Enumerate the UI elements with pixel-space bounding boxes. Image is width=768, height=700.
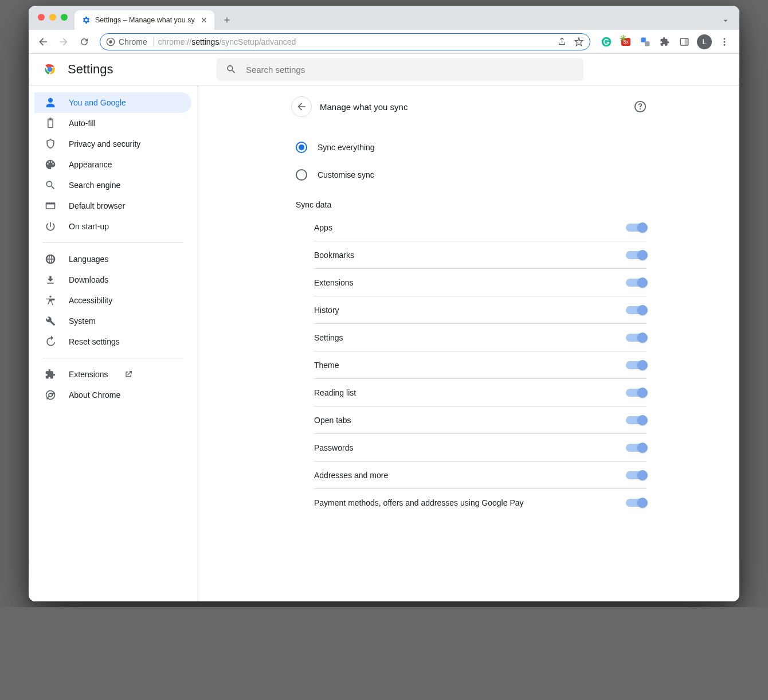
sync-row-passwords: Passwords: [314, 434, 646, 462]
sidebar-item-label: System: [69, 316, 96, 326]
sync-data-list: AppsBookmarksExtensionsHistorySettingsTh…: [291, 214, 646, 517]
toolbar-extensions: 3x✳️ L: [597, 34, 734, 49]
omnibox[interactable]: Chrome chrome://settings/syncSetup/advan…: [100, 33, 590, 50]
sync-row-apps: Apps: [314, 214, 646, 241]
radio-customise-sync[interactable]: Customise sync: [296, 161, 646, 189]
sidebar-item-reset-settings[interactable]: Reset settings: [34, 331, 191, 352]
forward-button[interactable]: [55, 33, 72, 50]
profile-avatar[interactable]: L: [697, 34, 712, 49]
sidebar-item-on-start-up[interactable]: On start-up: [34, 216, 191, 237]
reload-button[interactable]: [76, 33, 93, 50]
sync-toggle[interactable]: [626, 224, 646, 232]
sidebar-item-label: About Chrome: [69, 390, 120, 400]
sidebar-item-system[interactable]: System: [34, 311, 191, 331]
minimize-window-button[interactable]: [49, 14, 56, 21]
sidebar-item-label: Reset settings: [69, 337, 120, 346]
wrench-icon: [45, 315, 56, 327]
sync-toggle[interactable]: [626, 499, 646, 507]
svg-point-2: [602, 37, 612, 46]
external-link-icon: [124, 370, 133, 379]
sync-item-label: History: [314, 306, 626, 315]
sync-toggle[interactable]: [626, 334, 646, 342]
sidebar-item-auto-fill[interactable]: Auto-fill: [34, 113, 191, 134]
page-back-button[interactable]: [291, 96, 312, 117]
browser-tab[interactable]: Settings – Manage what you sy ✕: [75, 10, 214, 30]
tab-strip: Settings – Manage what you sy ✕ ＋: [29, 6, 739, 30]
sidebar-item-about-chrome[interactable]: About Chrome: [34, 385, 191, 405]
sync-row-addresses-and-more: Addresses and more: [314, 462, 646, 489]
bookmark-icon[interactable]: [574, 37, 584, 47]
globe-icon: [45, 253, 56, 265]
sync-toggle[interactable]: [626, 279, 646, 287]
radio-icon: [296, 142, 307, 153]
settings-search-box[interactable]: [217, 58, 583, 81]
sidebar-item-label: Appearance: [69, 160, 112, 169]
sync-row-reading-list: Reading list: [314, 379, 646, 406]
sync-row-payment-methods-offers-and-addresses-using-google-pay: Payment methods, offers and addresses us…: [314, 489, 646, 517]
tab-favicon: [81, 15, 91, 25]
sidebar-item-label: Downloads: [69, 275, 108, 284]
sidebar-item-label: On start-up: [69, 222, 109, 231]
extension-grammarly-icon[interactable]: [599, 35, 613, 49]
tab-close-icon[interactable]: ✕: [199, 15, 209, 25]
share-icon[interactable]: [557, 37, 567, 46]
svg-rect-4: [645, 41, 649, 46]
browser-window: Settings – Manage what you sy ✕ ＋ Chrome…: [29, 6, 739, 601]
sidebar-item-privacy-and-security[interactable]: Privacy and security: [34, 134, 191, 154]
sync-toggle[interactable]: [626, 416, 646, 424]
sync-data-heading: Sync data: [296, 200, 646, 209]
sync-toggle[interactable]: [626, 444, 646, 452]
extension-adblock-icon[interactable]: 3x✳️: [619, 35, 633, 49]
omnibox-chip-label: Chrome: [119, 37, 147, 46]
shield-icon: [45, 138, 56, 150]
a11y-icon: [45, 295, 56, 306]
svg-point-7: [724, 38, 726, 40]
svg-point-8: [724, 41, 726, 42]
chrome-o-icon: [45, 389, 56, 401]
settings-title: Settings: [68, 62, 217, 77]
settings-search-input[interactable]: [245, 64, 574, 75]
sidebar-item-label: Extensions: [69, 370, 108, 379]
browser-icon: [45, 200, 56, 212]
new-tab-button[interactable]: ＋: [219, 11, 235, 28]
sidebar-item-downloads[interactable]: Downloads: [34, 269, 191, 290]
sync-toggle[interactable]: [626, 306, 646, 314]
sidebar-item-you-and-google[interactable]: You and Google: [34, 92, 191, 113]
sidebar-item-search-engine[interactable]: Search engine: [34, 175, 191, 195]
sync-toggle[interactable]: [626, 251, 646, 259]
help-icon[interactable]: [634, 100, 646, 113]
sidebar-item-extensions[interactable]: Extensions: [34, 364, 191, 385]
tab-overflow-button[interactable]: [721, 16, 730, 25]
sidebar-item-label: You and Google: [69, 98, 126, 107]
extension-translate-icon[interactable]: [638, 35, 652, 49]
radio-sync-everything[interactable]: Sync everything: [296, 134, 646, 161]
omnibox-origin-chip: Chrome: [106, 37, 154, 46]
sync-toggle[interactable]: [626, 389, 646, 397]
sidebar-item-appearance[interactable]: Appearance: [34, 154, 191, 175]
sync-mode-radio-group: Sync everythingCustomise sync: [291, 134, 646, 189]
radio-label: Customise sync: [318, 170, 374, 179]
close-window-button[interactable]: [38, 14, 45, 21]
sync-toggle[interactable]: [626, 471, 646, 479]
sync-item-label: Addresses and more: [314, 471, 626, 480]
svg-point-1: [109, 40, 112, 43]
sync-toggle[interactable]: [626, 361, 646, 369]
extensions-menu-icon[interactable]: [658, 35, 672, 49]
sidebar-item-languages[interactable]: Languages: [34, 249, 191, 269]
sidebar-item-label: Accessibility: [69, 296, 112, 305]
chrome-logo-icon: [42, 62, 57, 77]
back-button[interactable]: [34, 33, 52, 50]
radio-icon: [296, 169, 307, 181]
person-icon: [45, 97, 56, 108]
browser-menu-icon[interactable]: [718, 35, 731, 49]
radio-label: Sync everything: [318, 143, 375, 152]
sidebar-item-accessibility[interactable]: Accessibility: [34, 290, 191, 311]
sidebar-item-default-browser[interactable]: Default browser: [34, 195, 191, 216]
sidebar-item-label: Privacy and security: [69, 139, 140, 148]
maximize-window-button[interactable]: [61, 14, 68, 21]
sync-item-label: Bookmarks: [314, 251, 626, 260]
sync-row-history: History: [314, 296, 646, 324]
search-icon: [45, 179, 56, 191]
sync-row-settings: Settings: [314, 324, 646, 351]
side-panel-icon[interactable]: [677, 35, 691, 49]
